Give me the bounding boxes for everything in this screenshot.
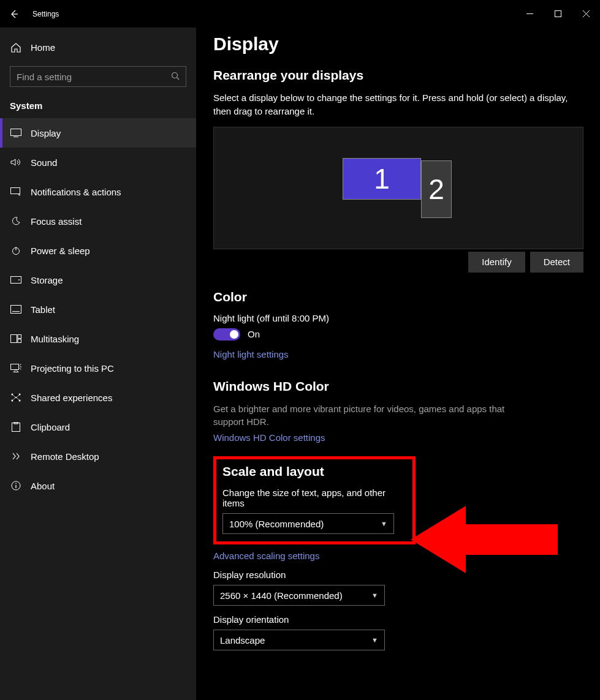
identify-button[interactable]: Identify [468, 252, 525, 273]
nav-shared[interactable]: Shared experiences [0, 383, 196, 412]
night-light-settings-link[interactable]: Night light settings [213, 349, 289, 359]
clipboard-icon [10, 422, 22, 432]
page-title: Display [213, 34, 583, 55]
scale-dropdown[interactable]: 100% (Recommended) ▼ [222, 513, 394, 534]
toggle-state: On [248, 329, 260, 339]
svg-marker-22 [411, 506, 558, 573]
monitor-1[interactable]: 1 [343, 158, 421, 200]
search-input[interactable] [17, 72, 171, 82]
nav-power[interactable]: Power & sleep [0, 236, 196, 265]
home-icon [10, 42, 22, 53]
scale-highlight: Scale and layout Change the size of text… [213, 456, 416, 544]
svg-rect-18 [12, 423, 20, 432]
svg-rect-8 [12, 311, 20, 312]
search-box[interactable] [10, 66, 186, 87]
rearrange-desc: Select a display below to change the set… [213, 91, 583, 118]
home-label: Home [31, 42, 55, 53]
advanced-scaling-link[interactable]: Advanced scaling settings [213, 551, 319, 561]
nav-multitasking[interactable]: Multitasking [0, 324, 196, 353]
svg-rect-11 [18, 339, 21, 343]
projecting-icon [10, 364, 22, 372]
svg-rect-0 [555, 11, 561, 17]
scale-label: Change the size of text, apps, and other… [222, 487, 406, 508]
back-button[interactable] [0, 0, 28, 28]
hd-desc: Get a brighter and more vibrant picture … [213, 402, 520, 429]
svg-rect-2 [11, 129, 21, 136]
night-light-label: Night light (off until 8:00 PM) [213, 313, 583, 323]
svg-rect-9 [11, 335, 17, 343]
storage-icon [10, 276, 22, 284]
display-icon [10, 129, 22, 137]
nav-clipboard[interactable]: Clipboard [0, 412, 196, 442]
window-title: Settings [32, 10, 59, 18]
display-arrange-area[interactable]: 1 2 [213, 127, 583, 249]
title-bar: Settings [0, 0, 600, 28]
nav-about[interactable]: About [0, 471, 196, 500]
scale-title: Scale and layout [222, 464, 406, 479]
chevron-down-icon: ▼ [381, 520, 387, 527]
info-icon [10, 481, 22, 491]
nav-projecting[interactable]: Projecting to this PC [0, 353, 196, 383]
monitor-2[interactable]: 2 [421, 160, 452, 218]
sidebar: Home System Display Sound Notificat [0, 28, 196, 700]
nav-list: Display Sound Notifications & actions Fo… [0, 118, 196, 500]
tablet-icon [10, 305, 22, 314]
svg-rect-3 [11, 188, 20, 194]
hd-settings-link[interactable]: Windows HD Color settings [213, 432, 325, 443]
search-icon [171, 72, 180, 82]
close-button[interactable] [572, 5, 600, 23]
svg-rect-10 [18, 335, 21, 339]
sound-icon [10, 158, 22, 167]
resolution-dropdown[interactable]: 2560 × 1440 (Recommended) ▼ [213, 585, 385, 606]
nav-tablet[interactable]: Tablet [0, 295, 196, 324]
chevron-down-icon: ▼ [371, 636, 378, 644]
maximize-button[interactable] [544, 5, 572, 23]
notifications-icon [10, 187, 22, 196]
detect-button[interactable]: Detect [530, 252, 583, 273]
moon-icon [10, 216, 22, 226]
nav-display[interactable]: Display [0, 118, 196, 148]
hd-title: Windows HD Color [213, 379, 583, 394]
home-button[interactable]: Home [0, 34, 196, 61]
svg-point-1 [172, 72, 178, 78]
annotation-arrow [411, 506, 558, 573]
main-content: Display Rearrange your displays Select a… [196, 28, 600, 700]
shared-icon [10, 393, 22, 402]
minimize-button[interactable] [515, 5, 544, 23]
chevron-down-icon: ▼ [371, 592, 378, 599]
svg-point-6 [18, 279, 20, 280]
svg-rect-12 [11, 364, 19, 370]
orientation-label: Display orientation [213, 614, 583, 625]
remote-icon [10, 452, 22, 461]
nav-remote[interactable]: Remote Desktop [0, 442, 196, 471]
nav-sound[interactable]: Sound [0, 148, 196, 177]
section-label: System [0, 97, 196, 118]
orientation-dropdown[interactable]: Landscape ▼ [213, 630, 385, 650]
night-light-toggle[interactable] [213, 328, 240, 341]
svg-rect-7 [11, 306, 21, 314]
color-title: Color [213, 290, 583, 304]
rearrange-title: Rearrange your displays [213, 68, 583, 83]
nav-focus[interactable]: Focus assist [0, 206, 196, 236]
multitasking-icon [10, 334, 22, 343]
nav-storage[interactable]: Storage [0, 265, 196, 295]
nav-notifications[interactable]: Notifications & actions [0, 177, 196, 206]
svg-point-21 [15, 483, 17, 484]
power-icon [10, 246, 22, 255]
